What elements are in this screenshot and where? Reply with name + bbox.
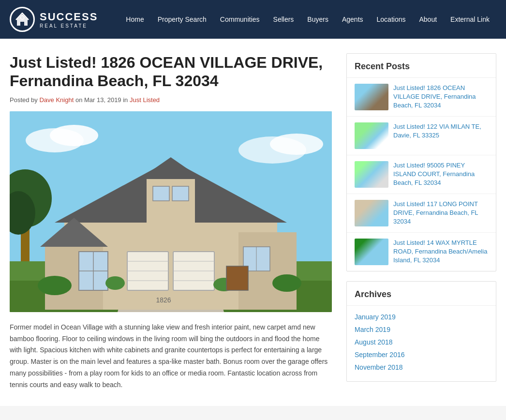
- svg-point-5: [270, 134, 323, 155]
- svg-point-34: [38, 276, 72, 295]
- post-meta: Posted by Dave Knight on Mar 13, 2019 in…: [10, 96, 332, 104]
- site-header: SUCCESS REAL ESTATE Home Property Search…: [0, 0, 506, 39]
- archive-link-aug2018[interactable]: August 2018: [355, 336, 488, 348]
- nav-external-link[interactable]: External Link: [444, 0, 496, 39]
- logo-name: SUCCESS: [40, 11, 98, 23]
- recent-post-item-3[interactable]: Just Listed! 95005 PINEY ISLAND COURT, F…: [347, 155, 496, 194]
- sidebar: Recent Posts Just Listed! 1826 OCEAN VIL…: [346, 53, 496, 391]
- main-nav: Home Property Search Communities Sellers…: [106, 0, 496, 39]
- recent-post-link-3[interactable]: Just Listed! 95005 PINEY ISLAND COURT, F…: [393, 161, 488, 188]
- nav-buyers[interactable]: Buyers: [300, 0, 335, 39]
- recent-posts-box: Recent Posts Just Listed! 1826 OCEAN VIL…: [346, 53, 496, 271]
- nav-communities[interactable]: Communities: [213, 0, 267, 39]
- post-date: Mar 13, 2019: [84, 96, 121, 104]
- content-area: Just Listed! 1826 OCEAN VILLAGE DRIVE, F…: [0, 39, 506, 406]
- logo-icon: [10, 7, 35, 32]
- svg-point-36: [105, 276, 125, 290]
- archive-link-nov2018[interactable]: November 2018: [355, 361, 488, 374]
- recent-post-link-2[interactable]: Just Listed! 122 VIA MILAN TE, Davie, FL…: [393, 122, 488, 149]
- nav-locations[interactable]: Locations: [370, 0, 413, 39]
- recent-post-link-1[interactable]: Just Listed! 1826 OCEAN VILLAGE DRIVE, F…: [393, 84, 488, 110]
- meta-on: on: [75, 96, 84, 104]
- archive-link-mar2019[interactable]: March 2019: [355, 323, 488, 336]
- nav-home[interactable]: Home: [119, 0, 150, 39]
- archive-link-sep2016[interactable]: September 2016: [355, 348, 488, 361]
- post-category[interactable]: Just Listed: [130, 96, 160, 104]
- recent-post-thumb-1: [355, 84, 388, 110]
- recent-post-item-1[interactable]: Just Listed! 1826 OCEAN VILLAGE DRIVE, F…: [347, 78, 496, 117]
- nav-sellers[interactable]: Sellers: [267, 0, 301, 39]
- logo-tagline: REAL ESTATE: [40, 23, 98, 29]
- nav-property-search[interactable]: Property Search: [151, 0, 213, 39]
- meta-in: in: [123, 96, 130, 104]
- recent-posts-title: Recent Posts: [347, 54, 496, 78]
- logo-text: SUCCESS REAL ESTATE: [40, 11, 98, 29]
- meta-prefix: Posted by: [10, 96, 38, 104]
- recent-post-thumb-3: [355, 161, 388, 188]
- logo-link[interactable]: SUCCESS REAL ESTATE: [10, 7, 106, 32]
- svg-rect-38: [226, 266, 248, 290]
- post-image: 1826: [10, 111, 332, 312]
- page-wrapper: Just Listed! 1826 OCEAN VILLAGE DRIVE, F…: [0, 39, 506, 406]
- nav-about[interactable]: About: [412, 0, 444, 39]
- svg-point-3: [50, 125, 98, 146]
- archive-link-jan2019[interactable]: January 2019: [355, 311, 488, 323]
- post-title: Just Listed! 1826 OCEAN VILLAGE DRIVE, F…: [10, 53, 332, 90]
- nav-agents[interactable]: Agents: [335, 0, 370, 39]
- post-author[interactable]: Dave Knight: [39, 96, 74, 104]
- recent-post-thumb-2: [355, 122, 388, 149]
- svg-rect-23: [172, 186, 189, 201]
- recent-post-item-4[interactable]: Just Listed! 117 LONG POINT DRIVE, Ferna…: [347, 194, 496, 233]
- recent-post-link-5[interactable]: Just Listed! 14 WAX MYRTLE ROAD, Fernand…: [393, 239, 488, 265]
- recent-post-link-4[interactable]: Just Listed! 117 LONG POINT DRIVE, Ferna…: [393, 200, 488, 226]
- recent-post-thumb-4: [355, 200, 388, 226]
- recent-post-thumb-5: [355, 239, 388, 265]
- archives-box: Archives January 2019 March 2019 August …: [346, 281, 496, 382]
- archives-title: Archives: [347, 282, 496, 306]
- post-description: Former model in Ocean Village with a stu…: [10, 322, 332, 391]
- main-content: Just Listed! 1826 OCEAN VILLAGE DRIVE, F…: [10, 53, 332, 391]
- svg-text:1826: 1826: [156, 296, 171, 304]
- archives-list: January 2019 March 2019 August 2018 Sept…: [347, 306, 496, 381]
- recent-post-item-2[interactable]: Just Listed! 122 VIA MILAN TE, Davie, FL…: [347, 117, 496, 155]
- recent-post-item-5[interactable]: Just Listed! 14 WAX MYRTLE ROAD, Fernand…: [347, 233, 496, 271]
- svg-point-35: [272, 274, 301, 292]
- svg-rect-22: [153, 186, 169, 201]
